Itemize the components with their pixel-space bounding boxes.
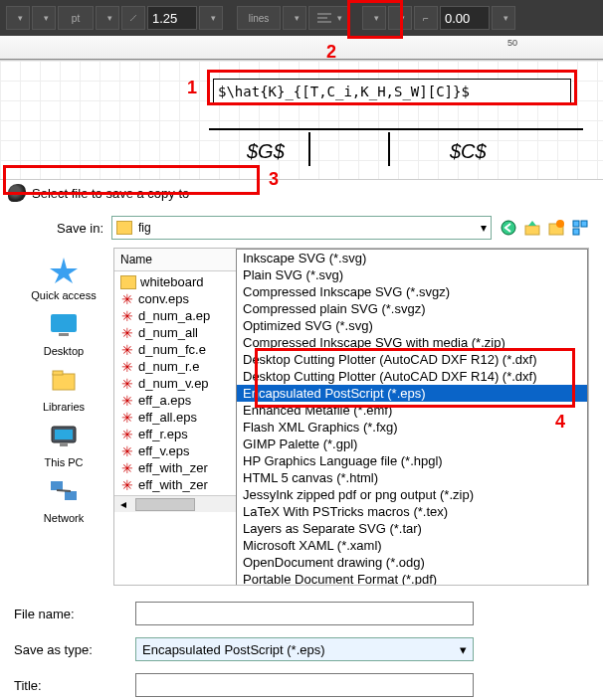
inkscape-icon xyxy=(8,184,26,202)
sidebar-network[interactable]: Network xyxy=(44,474,84,524)
align-dropdown[interactable] xyxy=(308,6,348,30)
file-type-option[interactable]: Encapsulated PostScript (*.eps) xyxy=(237,385,587,402)
file-type-option[interactable]: JessyInk zipped pdf or png output (*.zip… xyxy=(237,486,587,503)
ruler-mark: 50 xyxy=(507,38,517,48)
sidebar-libraries[interactable]: Libraries xyxy=(43,363,85,413)
save-in-value: fig xyxy=(138,221,151,235)
eps-icon: ✳ xyxy=(120,444,134,458)
svg-point-6 xyxy=(556,220,564,228)
eps-icon: ✳ xyxy=(120,428,134,441)
eps-icon: ✳ xyxy=(120,326,134,340)
svg-rect-10 xyxy=(51,314,77,332)
annotation-number-3: 3 xyxy=(269,169,279,190)
file-type-option[interactable]: Flash XML Graphics (*.fxg) xyxy=(237,419,587,436)
folder-icon xyxy=(116,221,132,235)
svg-rect-8 xyxy=(581,221,587,227)
line-style-dropdown[interactable] xyxy=(283,6,306,30)
file-name: eff_a.eps xyxy=(138,393,191,408)
math-label-c: $C$ xyxy=(450,140,487,163)
file-type-option[interactable]: Microsoft XAML (*.xaml) xyxy=(237,537,587,554)
file-type-option[interactable]: Plain SVG (*.svg) xyxy=(237,266,587,283)
file-name: eff_all.eps xyxy=(138,410,197,425)
svg-rect-15 xyxy=(55,430,73,439)
libraries-icon xyxy=(46,363,82,399)
file-type-option[interactable]: Layers as Separate SVG (*.tar) xyxy=(237,520,587,537)
file-type-option[interactable]: Compressed plain SVG (*.svgz) xyxy=(237,300,587,317)
annotation-number-2: 2 xyxy=(326,42,336,63)
svg-rect-7 xyxy=(573,221,579,227)
eps-icon: ✳ xyxy=(120,478,134,492)
stroke-stepper[interactable] xyxy=(199,6,223,30)
value-stepper-right[interactable] xyxy=(492,6,515,30)
file-type-option[interactable]: Desktop Cutting Plotter (AutoCAD DXF R12… xyxy=(237,351,587,368)
file-type-option[interactable]: Portable Document Format (*.pdf) xyxy=(237,571,587,586)
file-type-option[interactable]: GIMP Palette (*.gpl) xyxy=(237,436,587,452)
file-type-option[interactable]: Compressed Inkscape SVG with media (*.zi… xyxy=(237,334,587,351)
chevron-down-icon: ▾ xyxy=(460,642,467,657)
toolbar-dropdown-4[interactable] xyxy=(388,6,412,30)
back-icon[interactable] xyxy=(500,219,517,237)
desktop-icon xyxy=(46,307,82,343)
file-name: whiteboard xyxy=(140,274,204,289)
network-icon xyxy=(46,474,82,510)
file-name-label: File name: xyxy=(14,607,123,621)
eps-icon: ✳ xyxy=(120,292,134,306)
svg-rect-17 xyxy=(51,481,63,490)
new-folder-icon[interactable] xyxy=(547,219,565,237)
math-label-g: $G$ xyxy=(247,140,285,163)
line-style-label[interactable]: lines xyxy=(237,6,281,30)
save-in-combo[interactable]: fig ▾ xyxy=(111,216,492,240)
title-input[interactable] xyxy=(135,673,474,697)
file-type-option[interactable]: HTML 5 canvas (*.html) xyxy=(237,469,587,486)
sidebar-label: This PC xyxy=(44,456,83,468)
file-type-dropdown[interactable]: Inkscape SVG (*.svg)Plain SVG (*.svg)Com… xyxy=(236,249,588,586)
eps-icon: ✳ xyxy=(120,461,134,475)
this-pc-icon xyxy=(46,419,82,454)
eps-icon: ✳ xyxy=(120,309,134,323)
sidebar-label: Network xyxy=(44,512,84,524)
stroke-icon: ⟋ xyxy=(121,6,145,30)
folder-icon xyxy=(120,275,136,289)
up-icon[interactable] xyxy=(523,219,541,237)
file-name: d_num_all xyxy=(138,325,198,340)
svg-point-3 xyxy=(502,221,515,235)
toolbar-dropdown-3[interactable] xyxy=(362,6,386,30)
file-type-option[interactable]: Compressed Inkscape SVG (*.svgz) xyxy=(237,283,587,300)
svg-rect-4 xyxy=(525,226,539,235)
latex-input[interactable]: $\hat{K}_{[T,C_i,K_H,S_W][C]}$ xyxy=(213,79,571,104)
view-menu-icon[interactable] xyxy=(571,219,589,237)
sidebar-this-pc[interactable]: This PC xyxy=(44,419,83,468)
unit-label[interactable]: pt xyxy=(58,6,94,30)
stroke-width-input[interactable] xyxy=(147,6,197,30)
file-type-option[interactable]: Inkscape SVG (*.svg) xyxy=(237,250,587,266)
file-type-option[interactable]: LaTeX With PSTricks macros (*.tex) xyxy=(237,503,587,520)
value-input-right[interactable] xyxy=(440,6,490,30)
file-type-option[interactable]: Enhanced Metafile (*.emf) xyxy=(237,402,587,419)
save-in-label: Save in: xyxy=(14,221,103,236)
quick-access-icon xyxy=(46,252,82,287)
toolbar-dropdown-1[interactable] xyxy=(6,6,30,30)
toolbar-dropdown-2[interactable] xyxy=(32,6,56,30)
svg-line-19 xyxy=(57,490,71,491)
unit-dropdown[interactable] xyxy=(96,6,119,30)
file-type-option[interactable]: Optimized SVG (*.svg) xyxy=(237,317,587,334)
sidebar-quick-access[interactable]: Quick access xyxy=(31,252,96,301)
save-dialog: Select file to save a copy to Save in: f… xyxy=(0,179,603,700)
file-type-option[interactable]: HP Graphics Language file (*.hpgl) xyxy=(237,452,587,469)
file-type-option[interactable]: Desktop Cutting Plotter (AutoCAD DXF R14… xyxy=(237,368,587,385)
svg-rect-11 xyxy=(59,333,69,336)
svg-rect-18 xyxy=(65,491,77,500)
svg-rect-12 xyxy=(53,374,75,390)
svg-rect-9 xyxy=(573,229,579,235)
save-as-type-select[interactable]: Encapsulated PostScript (*.eps) ▾ xyxy=(135,637,474,661)
svg-rect-16 xyxy=(60,443,68,446)
save-as-type-label: Save as type: xyxy=(14,642,123,657)
file-list[interactable]: Name whiteboard✳conv.eps✳d_num_a.ep✳d_nu… xyxy=(113,248,589,586)
file-name: d_num_r.e xyxy=(138,359,199,374)
file-type-option[interactable]: OpenDocument drawing (*.odg) xyxy=(237,554,587,571)
sidebar-desktop[interactable]: Desktop xyxy=(44,307,84,357)
canvas-area[interactable]: $\hat{K}_{[T,C_i,K_H,S_W][C]}$ $G$ $C$ xyxy=(0,60,603,179)
file-name-input[interactable] xyxy=(135,602,474,625)
svg-rect-13 xyxy=(53,371,63,375)
file-name: d_num_a.ep xyxy=(138,308,210,323)
